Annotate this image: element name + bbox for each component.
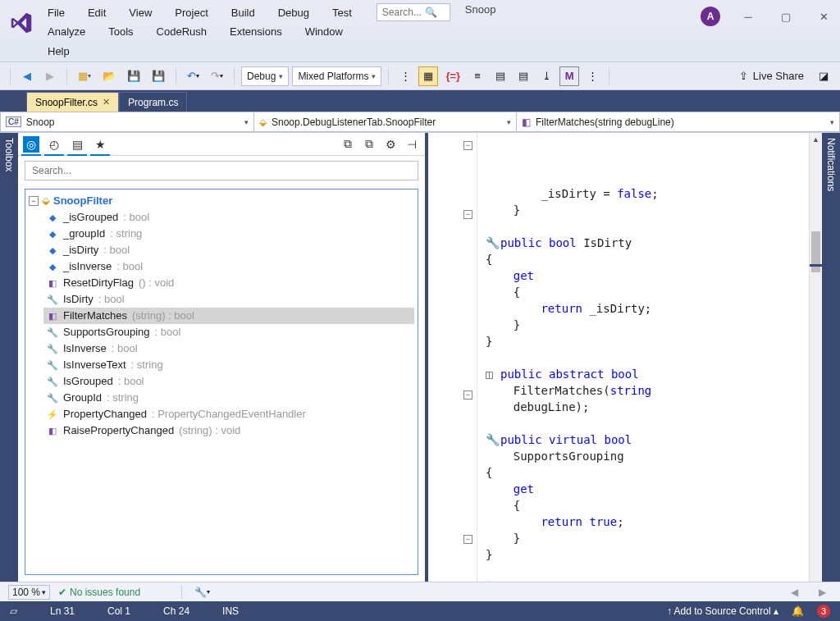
tb-icon-7[interactable]: ⤓ [536, 66, 556, 86]
tb-icon-5[interactable]: ▤ [491, 66, 510, 86]
outline-class[interactable]: SnoopFilter [53, 193, 112, 209]
menu-help[interactable]: Help [43, 43, 75, 59]
outline-item-_isGrouped[interactable]: ◆_isGrouped : bool [43, 209, 414, 226]
vertical-scrollbar[interactable]: ▲ [809, 133, 822, 582]
save-button[interactable]: 💾 [123, 66, 144, 86]
outline-item-ResetDirtyFlag[interactable]: ◧ResetDirtyFlag () : void [43, 275, 414, 291]
fold-box-icon[interactable]: − [463, 535, 472, 544]
outline-search-input[interactable]: Search... [25, 161, 418, 180]
tab-Program-cs[interactable]: Program.cs [119, 92, 187, 112]
status-tool-1[interactable]: 🔧▾ [190, 582, 214, 602]
status-nav-right[interactable]: ▶ [812, 582, 832, 602]
outline-tool-pin[interactable]: ⊣ [404, 136, 420, 153]
zoom-select[interactable]: 100 %▾ [8, 585, 50, 600]
class-icon: ⬙ [42, 193, 50, 209]
outline-item-IsGrouped[interactable]: 🔧IsGrouped : bool [43, 373, 414, 390]
close-button[interactable]: ✕ [814, 8, 833, 25]
nav-back-button[interactable]: ◀ [17, 66, 37, 86]
tb-icon-3[interactable]: {=} [441, 66, 464, 86]
status-ch[interactable]: Ch 24 [163, 605, 189, 617]
menu-analyze[interactable]: Analyze [43, 24, 90, 39]
source-control-button[interactable]: ↑ Add to Source Control ▴ [667, 605, 778, 617]
outline-item-FilterMatches[interactable]: ◧FilterMatches (string) : bool [43, 308, 414, 324]
outline-tool-copy2[interactable]: ⧉ [361, 136, 377, 153]
outline-item-PropertyChanged[interactable]: ⚡PropertyChanged : PropertyChangedEventH… [43, 406, 414, 422]
notifications-rail[interactable]: Notifications [822, 133, 840, 582]
menu-build[interactable]: Build [226, 5, 260, 21]
tb-icon-2[interactable]: ▦ [418, 66, 438, 86]
close-icon[interactable]: ✕ [103, 97, 110, 107]
bell-icon[interactable]: 🔔 [792, 605, 804, 617]
menu-extensions[interactable]: Extensions [225, 24, 287, 39]
prop-icon: 🔧 [47, 326, 58, 338]
main-toolbar: ◀ ▶ ▦▾ 📂 💾 💾 ↶▾ ↷▾ Debug▾ Mixed Platform… [0, 62, 840, 90]
feedback-button[interactable]: ◪ [814, 66, 833, 86]
redo-button[interactable]: ↷▾ [207, 66, 227, 86]
status-ln[interactable]: Ln 31 [50, 605, 75, 617]
live-share-button[interactable]: ⇪ Live Share [733, 70, 810, 82]
fold-box-icon[interactable]: − [463, 141, 472, 150]
menu-edit[interactable]: Edit [83, 5, 111, 21]
method-icon: ◧ [47, 277, 58, 289]
outline-item-IsDirty[interactable]: 🔧IsDirty : bool [43, 291, 414, 308]
outline-item-_isInverse[interactable]: ◆_isInverse : bool [43, 258, 414, 275]
platform-select[interactable]: Mixed Platforms▾ [292, 66, 381, 86]
menu-coderush[interactable]: CodeRush [152, 24, 212, 39]
outline-item-RaisePropertyChanged[interactable]: ◧RaisePropertyChanged (string) : void [43, 422, 414, 439]
tb-icon-8[interactable]: M [559, 66, 579, 86]
tab-SnoopFilter-cs[interactable]: SnoopFilter.cs✕ [26, 92, 119, 112]
menu-project[interactable]: Project [170, 5, 212, 21]
outline-item-_groupId[interactable]: ◆_groupId : string [43, 226, 414, 242]
outline-tool-clock[interactable]: ◴ [46, 136, 62, 153]
status-item-icon[interactable]: ▱ [10, 605, 17, 617]
fold-box-icon[interactable]: − [463, 210, 472, 219]
outline-tool-star[interactable]: ★ [92, 136, 108, 153]
undo-button[interactable]: ↶▾ [183, 66, 203, 86]
notification-badge[interactable]: 3 [817, 605, 830, 618]
issues-status[interactable]: ✔No issues found [58, 587, 140, 598]
prop-icon: 🔧 [47, 376, 58, 387]
outline-item-IsInverse[interactable]: 🔧IsInverse : bool [43, 340, 414, 357]
collapse-icon[interactable]: − [29, 196, 39, 206]
method-icon: ◧ [47, 310, 58, 322]
tb-icon-6[interactable]: ▤ [514, 66, 533, 86]
document-tabs: SnoopFilter.cs✕Program.cs [0, 90, 840, 112]
nav-type-combo[interactable]: ⬙ Snoop.DebugListenerTab.SnoopFilter▾ [254, 112, 517, 132]
status-col[interactable]: Col 1 [107, 605, 130, 617]
menu-test[interactable]: Test [327, 5, 357, 21]
config-select[interactable]: Debug▾ [241, 66, 289, 86]
menu-debug[interactable]: Debug [273, 5, 314, 21]
new-item-button[interactable]: ▦▾ [74, 66, 95, 86]
save-all-button[interactable]: 💾 [148, 66, 169, 86]
user-avatar[interactable]: A [701, 7, 720, 26]
outline-tool-copy1[interactable]: ⧉ [340, 136, 356, 153]
menu-file[interactable]: File [43, 5, 70, 21]
code-editor[interactable]: − − − − 💡 _isDirty = false; } 🔧public bo… [428, 133, 822, 582]
outline-tool-gear[interactable]: ⚙ [382, 136, 399, 153]
minimize-button[interactable]: ─ [738, 8, 758, 25]
tb-icon-1[interactable]: ⋮ [395, 66, 415, 86]
open-button[interactable]: 📂 [98, 66, 120, 86]
vs-logo-icon [10, 11, 33, 34]
nav-fwd-button[interactable]: ▶ [40, 66, 60, 86]
outline-tool-stack[interactable]: ▤ [69, 136, 85, 153]
nav-member-combo[interactable]: ◧ FilterMatches(string debugLine)▾ [517, 112, 840, 132]
class-icon: ⬙ [259, 116, 267, 128]
fold-box-icon[interactable]: − [463, 390, 472, 400]
outline-item-IsInverseText[interactable]: 🔧IsInverseText : string [43, 357, 414, 373]
menu-tools[interactable]: Tools [103, 24, 138, 39]
outline-item-_isDirty[interactable]: ◆_isDirty : bool [43, 242, 414, 258]
menu-view[interactable]: View [124, 5, 157, 21]
status-nav-left[interactable]: ◀ [784, 582, 804, 602]
title-search-input[interactable]: Search...🔍 [377, 3, 450, 21]
menu-window[interactable]: Window [300, 24, 348, 39]
status-ins[interactable]: INS [222, 605, 239, 617]
tb-icon-4[interactable]: ≡ [468, 66, 487, 86]
outline-tool-location[interactable]: ◎ [23, 136, 39, 153]
nav-project-combo[interactable]: C# Snoop▾ [0, 112, 254, 132]
outline-item-GroupId[interactable]: 🔧GroupId : string [43, 390, 414, 406]
maximize-button[interactable]: ▢ [776, 8, 796, 25]
toolbox-rail[interactable]: Toolbox [0, 133, 18, 582]
tb-icon-9[interactable]: ⋮ [582, 66, 602, 86]
outline-item-SupportsGrouping[interactable]: 🔧SupportsGrouping : bool [43, 324, 414, 340]
